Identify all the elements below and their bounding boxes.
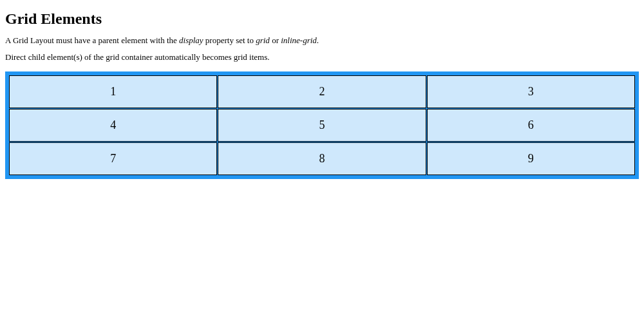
text-part: A Grid Layout must have a parent element…: [5, 35, 179, 45]
grid-item: 6: [427, 109, 635, 142]
grid-item: 1: [9, 75, 217, 108]
grid-item: 3: [427, 75, 635, 108]
text-part: .: [317, 35, 319, 45]
grid-item: 2: [218, 75, 426, 108]
text-part: or: [270, 35, 281, 45]
italic-inline-grid: inline-grid: [281, 35, 317, 45]
grid-item: 5: [218, 109, 426, 142]
italic-grid: grid: [256, 35, 270, 45]
grid-item: 4: [9, 109, 217, 142]
italic-display: display: [179, 35, 204, 45]
description-paragraph-2: Direct child element(s) of the grid cont…: [5, 52, 639, 62]
grid-item: 7: [9, 142, 217, 175]
grid-item: 9: [427, 142, 635, 175]
grid-item: 8: [218, 142, 426, 175]
text-part: property set to: [204, 35, 256, 45]
grid-container: 1 2 3 4 5 6 7 8 9: [5, 71, 639, 179]
page-title: Grid Elements: [5, 10, 639, 28]
description-paragraph-1: A Grid Layout must have a parent element…: [5, 35, 639, 46]
